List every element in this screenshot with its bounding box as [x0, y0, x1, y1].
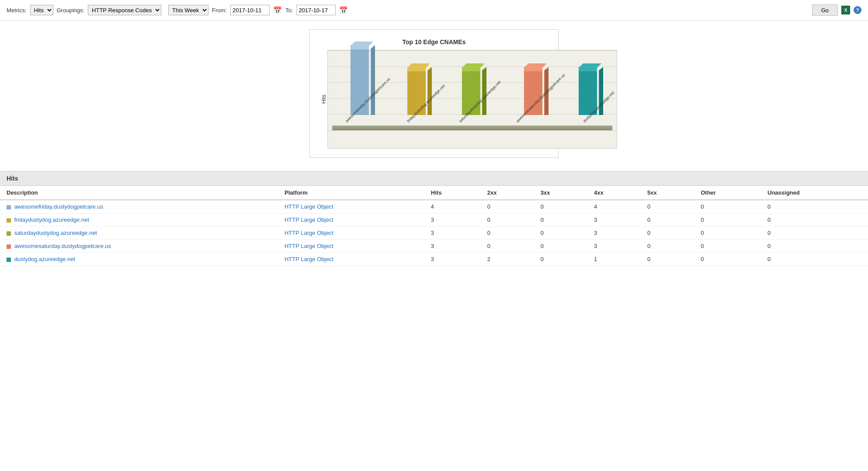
table-header-row: Description Platform Hits 2xx 3xx 4xx 5x…: [0, 186, 868, 200]
cell-other: 0: [694, 253, 761, 266]
table-body: awesomefriday.dustydogpetcare.us HTTP La…: [0, 200, 868, 266]
cell-hits: 3: [424, 227, 481, 240]
col-hits: Hits: [424, 186, 481, 200]
col-description: Description: [0, 186, 278, 200]
calendar-from-icon[interactable]: 📅: [273, 6, 282, 14]
svg-marker-3: [524, 63, 547, 68]
cell-2xx: 0: [481, 213, 534, 227]
description-link[interactable]: awesomesaturday.dustydogpetcare.us: [14, 243, 111, 249]
calendar-to-icon[interactable]: 📅: [339, 6, 348, 14]
from-label: From:: [212, 7, 227, 14]
grid-line: [328, 130, 617, 131]
platform-link[interactable]: HTTP Large Object: [285, 243, 333, 249]
cell-4xx: 3: [587, 240, 641, 253]
excel-export-icon[interactable]: X: [841, 6, 850, 14]
description-link[interactable]: fridaydustydog.azureedge.net: [14, 216, 89, 223]
col-2xx: 2xx: [481, 186, 534, 200]
platform-link[interactable]: HTTP Large Object: [285, 203, 333, 210]
cell-3xx: 0: [534, 213, 587, 227]
to-label: To:: [285, 7, 293, 14]
cell-other: 0: [694, 213, 761, 227]
cell-4xx: 1: [587, 253, 641, 266]
description-link[interactable]: saturdaydustydog.azureedge.net: [14, 230, 97, 236]
cell-other: 0: [694, 200, 761, 213]
help-icon[interactable]: ?: [854, 6, 861, 14]
cell-platform: HTTP Large Object: [278, 227, 424, 240]
description-link[interactable]: dustydog.azureedge.net: [14, 256, 76, 262]
svg-marker-4: [579, 63, 601, 68]
col-unassigned: Unassigned: [761, 186, 868, 200]
cell-unassigned: 0: [761, 240, 868, 253]
cell-description: fridaydustydog.azureedge.net: [0, 213, 278, 227]
svg-marker-2: [462, 63, 485, 68]
svg-marker-0: [351, 42, 373, 46]
cell-platform: HTTP Large Object: [278, 253, 424, 266]
chart-container: Top 10 Edge CNAMEs Hits: [215, 29, 653, 158]
groupings-label: Groupings:: [57, 7, 85, 14]
metrics-label: Metrics:: [7, 7, 27, 14]
cell-4xx: 3: [587, 227, 641, 240]
table-row: dustydog.azureedge.net HTTP Large Object…: [0, 253, 868, 266]
cell-2xx: 0: [481, 200, 534, 213]
bar-group: awesomesaturday.dustydogpetcare.us: [503, 67, 570, 125]
groupings-select[interactable]: HTTP Response Codes: [88, 5, 161, 15]
chart-inner: Hits: [319, 50, 549, 149]
to-input[interactable]: [296, 5, 336, 15]
table-row: awesomesaturday.dustydogpetcare.us HTTP …: [0, 240, 868, 253]
from-input[interactable]: [230, 5, 270, 15]
description-link[interactable]: awesomefriday.dustydogpetcare.us: [14, 203, 104, 210]
cell-3xx: 0: [534, 240, 587, 253]
cell-3xx: 0: [534, 200, 587, 213]
col-5xx: 5xx: [641, 186, 694, 200]
divider: [0, 20, 868, 21]
bar-group: saturdaydustydog.azureedge.net: [446, 67, 503, 125]
cell-description: saturdaydustydog.azureedge.net: [0, 227, 278, 240]
y-axis-label: Hits: [319, 50, 327, 149]
cell-other: 0: [694, 227, 761, 240]
cell-unassigned: 0: [761, 200, 868, 213]
cell-other: 0: [694, 240, 761, 253]
col-3xx: 3xx: [534, 186, 587, 200]
bar-group: fridaydustydog.azureedge.net: [394, 67, 446, 125]
cell-description: dustydog.azureedge.net: [0, 253, 278, 266]
col-other: Other: [694, 186, 761, 200]
cell-4xx: 3: [587, 213, 641, 227]
table-header-bar: Hits: [0, 171, 868, 186]
cell-platform: HTTP Large Object: [278, 200, 424, 213]
period-select[interactable]: This Week: [168, 5, 208, 15]
cell-5xx: 0: [641, 253, 694, 266]
cell-unassigned: 0: [761, 253, 868, 266]
platform-link[interactable]: HTTP Large Object: [285, 216, 333, 223]
chart-area: awesomefriday.dustydogpetcare.us fridayd…: [327, 50, 617, 149]
table-section: Hits Description Platform Hits 2xx 3xx 4…: [0, 171, 868, 266]
cell-5xx: 0: [641, 227, 694, 240]
table-row: saturdaydustydog.azureedge.net HTTP Larg…: [0, 227, 868, 240]
cell-5xx: 0: [641, 240, 694, 253]
cell-unassigned: 0: [761, 227, 868, 240]
col-4xx: 4xx: [587, 186, 641, 200]
cell-platform: HTTP Large Object: [278, 213, 424, 227]
bar-group: awesomefriday.dustydogpetcare.us: [332, 45, 394, 125]
cell-hits: 4: [424, 200, 481, 213]
table-row: fridaydustydog.azureedge.net HTTP Large …: [0, 213, 868, 227]
metrics-select[interactable]: Hits: [30, 5, 53, 15]
chart-box: Top 10 Edge CNAMEs Hits: [309, 29, 559, 158]
cell-4xx: 4: [587, 200, 641, 213]
bars-row: awesomefriday.dustydogpetcare.us fridayd…: [332, 55, 612, 125]
data-table: Description Platform Hits 2xx 3xx 4xx 5x…: [0, 186, 868, 266]
cell-5xx: 0: [641, 200, 694, 213]
platform-link[interactable]: HTTP Large Object: [285, 230, 333, 236]
cell-5xx: 0: [641, 213, 694, 227]
go-button[interactable]: Go: [812, 4, 838, 16]
cell-hits: 3: [424, 213, 481, 227]
cell-3xx: 0: [534, 253, 587, 266]
controls-row: Metrics: Hits Groupings: HTTP Response C…: [0, 0, 868, 20]
col-platform: Platform: [278, 186, 424, 200]
cell-2xx: 0: [481, 240, 534, 253]
cell-description: awesomesaturday.dustydogpetcare.us: [0, 240, 278, 253]
cell-hits: 3: [424, 253, 481, 266]
bar-group: dustydog.azureedge.net: [570, 67, 612, 125]
cell-unassigned: 0: [761, 213, 868, 227]
svg-marker-1: [407, 63, 430, 68]
platform-link[interactable]: HTTP Large Object: [285, 256, 333, 262]
